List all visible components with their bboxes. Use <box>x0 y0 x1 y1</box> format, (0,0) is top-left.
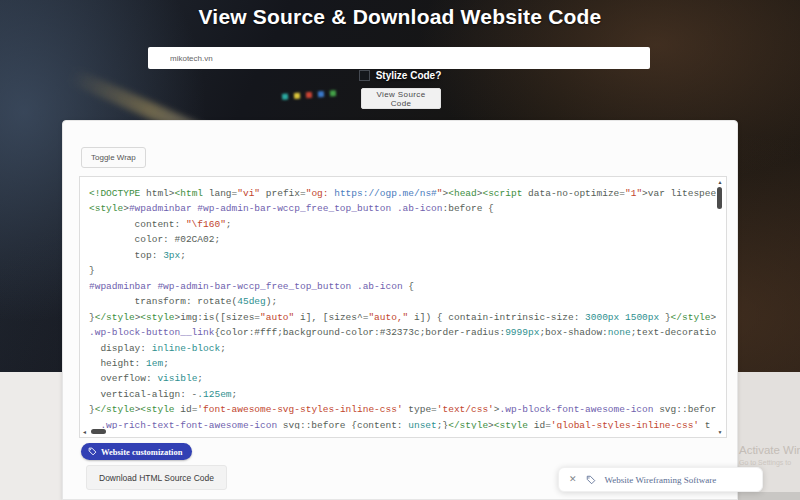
code-line: display: inline-block; <box>89 341 716 356</box>
close-icon[interactable]: ✕ <box>569 475 577 484</box>
bottom-strip-decor <box>738 492 800 500</box>
activate-watermark-line1: Activate Win <box>739 444 800 456</box>
code-line: overflow: visible; <box>89 371 716 386</box>
code-lines: <!DOCTYPE html><html lang="vi" prefix="o… <box>80 177 716 429</box>
code-line: .wp-block-button__link{color:#fff;backgr… <box>89 325 716 340</box>
page-title: View Source & Download Website Code <box>0 5 800 29</box>
dock-dots-decor <box>282 90 336 100</box>
code-line: <!DOCTYPE html><html lang="vi" prefix="o… <box>89 186 716 201</box>
code-line: height: 1em; <box>89 356 716 371</box>
code-line: }</style><style>img:is([sizes="auto" i],… <box>89 310 716 325</box>
url-input[interactable] <box>148 47 650 69</box>
horizontal-scroll-thumb[interactable] <box>91 429 106 434</box>
code-line: top: 3px; <box>89 248 716 263</box>
horizontal-scrollbar[interactable]: ◄ <box>82 428 382 436</box>
code-line: <style>#wpadminbar #wp-admin-bar-wccp_fr… <box>89 201 716 216</box>
scroll-left-icon[interactable]: ◄ <box>82 429 87 435</box>
code-line: transform: rotate(45deg); <box>89 294 716 309</box>
view-source-button[interactable]: View Source Code <box>361 88 441 109</box>
wireframe-tag-icon <box>586 475 596 485</box>
code-line: content: "\f160"; <box>89 217 716 232</box>
scroll-up-icon[interactable]: ▲ <box>716 179 724 185</box>
code-line: vertical-align: -.125em; <box>89 387 716 402</box>
website-customization-button[interactable]: Website customization <box>81 443 192 460</box>
customization-label: Website customization <box>101 447 182 457</box>
page: View Source & Download Website Code Styl… <box>0 0 800 500</box>
toggle-wrap-button[interactable]: Toggle Wrap <box>81 147 146 168</box>
code-line: }</style><style id='font-awesome-svg-sty… <box>89 402 716 417</box>
code-line: color: #02CA02; <box>89 232 716 247</box>
code-line: #wpadminbar #wp-admin-bar-wccp_free_top_… <box>89 279 716 294</box>
vertical-scroll-thumb[interactable] <box>717 187 722 209</box>
toast-label: Website Wireframing Software <box>605 475 717 485</box>
stylize-label: Stylize Code? <box>376 70 442 81</box>
toast-notification: ✕ Website Wireframing Software <box>558 467 763 492</box>
source-panel: Toggle Wrap <!DOCTYPE html><html lang="v… <box>62 120 738 500</box>
scroll-down-icon[interactable]: ▼ <box>716 429 724 435</box>
download-html-button[interactable]: Download HTML Source Code <box>86 465 227 490</box>
code-editor[interactable]: <!DOCTYPE html><html lang="vi" prefix="o… <box>79 176 727 438</box>
code-line: } <box>89 263 716 278</box>
customize-tag-icon <box>88 447 97 456</box>
stylize-row: Stylize Code? <box>0 70 800 81</box>
activate-watermark-line2: Go to Settings to <box>739 459 800 466</box>
stylize-checkbox[interactable] <box>359 70 370 81</box>
vertical-scrollbar[interactable]: ▲ ▼ <box>716 179 724 435</box>
